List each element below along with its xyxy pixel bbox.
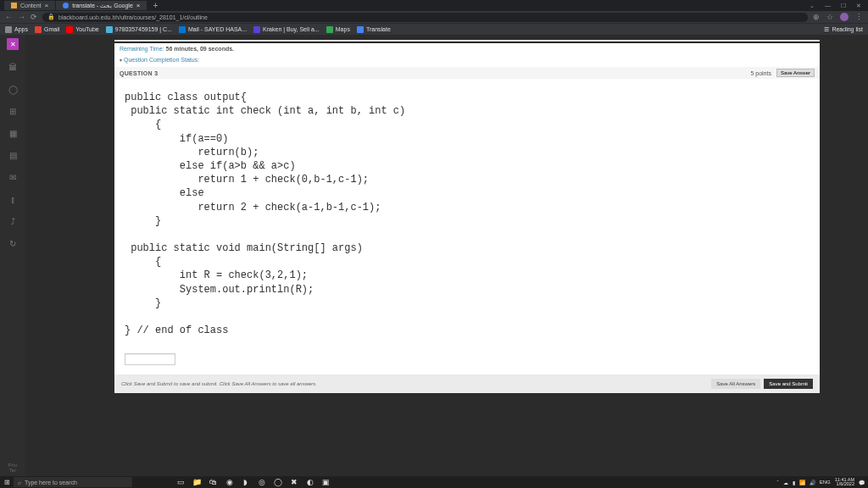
lock-icon: 🔒 <box>47 14 55 20</box>
answer-area <box>114 346 820 374</box>
steam-icon[interactable]: ◗ <box>239 477 252 487</box>
profile-icon[interactable] <box>840 13 849 21</box>
translate-icon <box>357 26 364 33</box>
favicon-icon <box>63 3 69 8</box>
outlook-icon <box>179 26 186 33</box>
progress-bar-track <box>114 40 820 42</box>
search-placeholder: Type here to search <box>25 480 77 485</box>
wifi-icon[interactable]: 📶 <box>799 480 805 485</box>
explorer-icon[interactable]: 📁 <box>191 477 203 487</box>
app-sidebar: ✕ 🏛 ◯ ⊞ ▦ ▤ ✉ ⫿ ⤴ ↻ PrivTer <box>0 35 25 476</box>
battery-icon[interactable]: ▮ <box>793 480 795 485</box>
tools-icon[interactable]: ⤴ <box>8 216 18 226</box>
bookmark-gmail[interactable]: Gmail <box>35 26 59 33</box>
bookmark-kraken[interactable]: Kraken | Buy, Sell a... <box>253 26 320 33</box>
onedrive-icon[interactable]: ☁ <box>783 480 788 485</box>
profile-icon[interactable]: ◯ <box>8 84 18 94</box>
footer-text: Click Save and Submit to save and submit… <box>121 381 317 386</box>
kraken-icon <box>253 26 260 33</box>
activity-icon[interactable]: ⊞ <box>8 106 18 116</box>
youtube-icon <box>66 26 73 33</box>
search-icon[interactable]: ⊕ <box>813 13 820 21</box>
maps-icon <box>326 26 333 33</box>
nav-icons: ← → ⟳ <box>5 13 37 21</box>
reload-icon[interactable]: ⟳ <box>31 13 37 21</box>
xbox-icon[interactable]: ✖ <box>287 477 300 487</box>
save-answer-button[interactable]: Save Answer <box>776 69 815 77</box>
close-icon[interactable]: ✕ <box>856 3 861 9</box>
messages-icon[interactable]: ✉ <box>8 172 18 182</box>
courses-icon[interactable]: ▦ <box>8 128 18 138</box>
app-icon[interactable]: ◐ <box>303 477 316 487</box>
institution-icon[interactable]: 🏛 <box>8 62 18 72</box>
store-icon[interactable]: 🛍 <box>207 477 220 487</box>
bookmark-mail[interactable]: Mail - SAYED HASA... <box>179 26 247 33</box>
tab-translate[interactable]: translate - بحث Google × <box>56 1 147 10</box>
maximize-icon[interactable]: ☐ <box>841 3 846 9</box>
bookmark-translate[interactable]: Translate <box>357 26 391 33</box>
remaining-label: Remaining Time: <box>120 46 164 52</box>
minimize-icon[interactable]: — <box>825 3 831 9</box>
discord-icon[interactable]: ◎ <box>255 477 268 487</box>
notifications-icon[interactable]: 💬 <box>859 480 865 485</box>
bookmark-maps[interactable]: Maps <box>326 26 350 33</box>
menu-icon[interactable]: ⋮ <box>855 13 863 21</box>
window-controls: ⌄ — ☐ ✕ <box>810 3 868 9</box>
bookmark-cengage[interactable]: 9780357459159 | C... <box>106 26 172 33</box>
save-submit-button[interactable]: Save and Submit <box>764 379 813 389</box>
bookmark-apps[interactable]: Apps <box>5 26 28 33</box>
forward-icon[interactable]: → <box>18 13 25 21</box>
signout-icon[interactable]: ↻ <box>8 238 18 248</box>
address-bar: ← → ⟳ 🔒 blackboard.uob.edu.bh/ultra/cour… <box>0 11 868 23</box>
book-icon <box>106 26 113 33</box>
browser-tab-bar: Content × translate - بحث Google × + ⌄ —… <box>0 0 868 11</box>
taskbar-search[interactable]: ⌕ Type here to search <box>14 477 132 487</box>
close-icon[interactable]: × <box>45 2 49 9</box>
question-title: QUESTION 3 <box>120 70 158 76</box>
tab-label: translate - بحث Google <box>72 3 133 9</box>
favicon-icon <box>11 3 17 8</box>
footer-instructions: Click Save and Submit to save and submit… <box>114 374 820 393</box>
grades-icon[interactable]: ⫿ <box>8 194 18 204</box>
search-icon: ⌕ <box>18 480 21 485</box>
reading-list-button[interactable]: ☰Reading list <box>824 26 863 33</box>
completion-label: Question Completion Status: <box>124 57 199 63</box>
close-icon[interactable]: × <box>136 2 141 9</box>
language-indicator[interactable]: ENG <box>820 480 831 485</box>
apps-icon <box>5 26 12 33</box>
bookmarks-bar: Apps Gmail YouTube 9780357459159 | C... … <box>0 23 868 35</box>
expand-icon: ▾ <box>120 58 122 63</box>
app-icon[interactable]: ◯ <box>271 477 284 487</box>
question-header: QUESTION 3 5 points Save Answer <box>114 67 820 79</box>
main-content: Remaining Time: 56 minutes, 09 seconds. … <box>25 35 868 476</box>
volume-icon[interactable]: 🔊 <box>810 480 815 485</box>
start-button[interactable]: ⊞ <box>0 479 14 486</box>
teams-icon[interactable]: ▣ <box>320 477 332 487</box>
completion-status-row[interactable]: ▾ Question Completion Status: <box>114 54 820 67</box>
back-icon[interactable]: ← <box>5 13 13 21</box>
url-text: blackboard.uob.edu.bh/ultra/courses/_281… <box>58 14 208 20</box>
tab-content[interactable]: Content × <box>4 1 55 10</box>
new-tab-button[interactable]: + <box>147 1 163 10</box>
points-label: 5 points <box>750 70 771 76</box>
tray-expand-icon[interactable]: ˄ <box>776 480 779 485</box>
remaining-time-row: Remaining Time: 56 minutes, 09 seconds. <box>114 43 820 54</box>
task-view-icon[interactable]: ▭ <box>175 477 187 487</box>
chevron-down-icon[interactable]: ⌄ <box>810 3 815 9</box>
clock[interactable]: 11:41 AM 1/6/2022 <box>835 478 854 487</box>
calendar-icon[interactable]: ▤ <box>8 150 18 160</box>
question-code: public class output{ public static int c… <box>114 79 820 346</box>
tab-label: Content <box>20 3 42 8</box>
close-panel-button[interactable]: ✕ <box>7 38 19 50</box>
list-icon: ☰ <box>824 26 829 33</box>
save-all-button[interactable]: Save All Answers <box>711 379 760 389</box>
gmail-icon <box>35 26 42 33</box>
star-icon[interactable]: ☆ <box>826 13 833 21</box>
bookmark-youtube[interactable]: YouTube <box>66 26 99 33</box>
sidebar-footer: PrivTer <box>8 463 17 473</box>
system-tray: ˄ ☁ ▮ 📶 🔊 ENG 11:41 AM 1/6/2022 💬 <box>776 478 868 487</box>
chrome-icon[interactable]: ◉ <box>223 477 236 487</box>
answer-input[interactable] <box>125 353 175 365</box>
url-input[interactable]: 🔒 blackboard.uob.edu.bh/ultra/courses/_2… <box>42 13 808 22</box>
windows-taskbar: ⊞ ⌕ Type here to search ▭ 📁 🛍 ◉ ◗ ◎ ◯ ✖ … <box>0 476 868 488</box>
